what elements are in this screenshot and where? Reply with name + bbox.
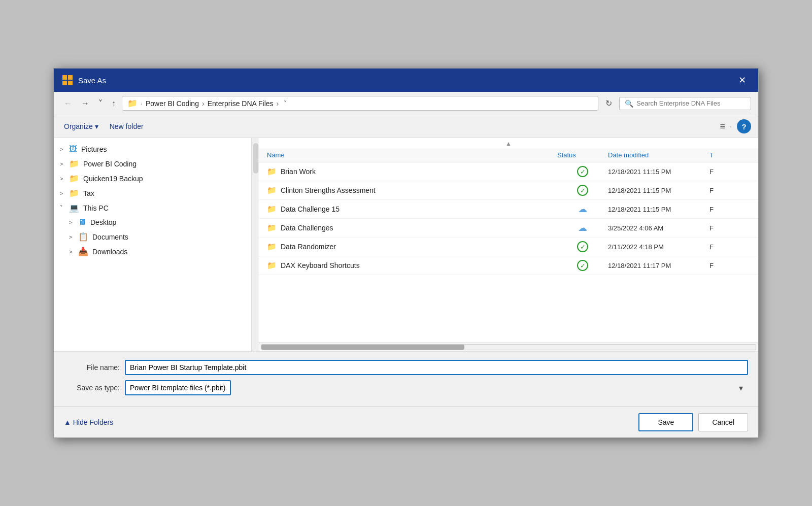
cancel-button[interactable]: Cancel: [698, 413, 748, 431]
file-name-cell: 📁 Data Challenges: [267, 223, 557, 232]
refresh-button[interactable]: ↻: [601, 96, 616, 110]
table-row[interactable]: 📁 Clinton Strengths Assessment ✓ 12/18/2…: [259, 181, 758, 200]
up-button[interactable]: ↑: [109, 97, 119, 110]
breadcrumb-folder-icon: 📁: [127, 98, 138, 108]
forward-button[interactable]: →: [78, 97, 92, 110]
sidebar-item-downloads[interactable]: > 📥 Downloads: [54, 244, 251, 259]
save-type-row: Save as type: Power BI template files (*…: [64, 380, 748, 395]
sidebar-label-downloads: Downloads: [92, 248, 127, 256]
row-folder-icon-4: 📁: [267, 242, 277, 251]
svg-rect-1: [68, 75, 73, 80]
table-row[interactable]: 📁 Data Challenge 15 ☁ 12/18/2021 11:15 P…: [259, 200, 758, 219]
up-arrow-row: ▲: [259, 138, 758, 148]
table-row[interactable]: 📁 Brian Work ✓ 12/18/2021 11:15 PM F: [259, 162, 758, 181]
save-button[interactable]: Save: [638, 413, 693, 431]
sidebar-item-this-pc[interactable]: ˅ 💻 This PC: [54, 200, 251, 215]
sidebar-toggle-pictures: >: [60, 146, 69, 152]
pictures-icon: 🖼: [69, 145, 77, 154]
sidebar-item-pictures[interactable]: > 🖼 Pictures: [54, 142, 251, 156]
sidebar-toggle-powerbi: >: [60, 161, 69, 167]
sidebar-label-power-bi-coding: Power BI Coding: [83, 160, 137, 168]
dropdown-button[interactable]: ˅: [95, 96, 106, 110]
sidebar-item-quicken[interactable]: > 📁 Quicken19 Backup: [54, 171, 251, 186]
file-status-cell-5: ✓: [557, 260, 608, 271]
status-synced-icon-4: ✓: [577, 241, 588, 252]
col-header-type[interactable]: T: [709, 151, 750, 159]
sidebar-item-tax[interactable]: > 📁 Tax: [54, 186, 251, 200]
file-name-input[interactable]: [125, 360, 748, 375]
breadcrumb-part-2[interactable]: Enterprise DNA Files: [208, 99, 274, 108]
sidebar-toggle-tax: >: [60, 190, 69, 196]
sidebar-label-desktop: Desktop: [90, 218, 116, 226]
title-bar: Save As ✕: [54, 69, 758, 92]
file-name-cell: 📁 DAX Keyboard Shortcuts: [267, 261, 557, 270]
file-type-3: F: [709, 224, 750, 232]
file-date-2: 12/18/2021 11:15 PM: [608, 206, 709, 213]
status-cloud-icon-2: ☁: [578, 204, 587, 215]
documents-icon: 📋: [78, 232, 88, 242]
sidebar-scrollbar[interactable]: [252, 138, 259, 351]
search-icon: 🔍: [625, 99, 633, 108]
sidebar-toggle-desktop: >: [69, 219, 78, 225]
horizontal-scrollbar[interactable]: [261, 344, 756, 350]
row-folder-icon-3: 📁: [267, 223, 277, 232]
status-synced-icon-0: ✓: [577, 166, 588, 177]
svg-rect-2: [62, 81, 67, 85]
status-synced-icon-1: ✓: [577, 185, 588, 196]
file-date-4: 2/11/2022 4:18 PM: [608, 243, 709, 251]
file-list-header: Name Status Date modified T: [259, 148, 758, 162]
sidebar-label-documents: Documents: [92, 233, 128, 241]
sidebar-item-documents[interactable]: > 📋 Documents: [54, 229, 251, 244]
file-date-1: 12/18/2021 11:15 PM: [608, 187, 709, 194]
status-cloud-icon-3: ☁: [578, 222, 587, 233]
col-header-date[interactable]: Date modified: [608, 151, 709, 159]
dialog-title: Save As: [78, 76, 734, 85]
search-input[interactable]: [636, 99, 746, 107]
file-name-3: Data Challenges: [281, 224, 333, 232]
horizontal-scrollbar-container[interactable]: [259, 343, 758, 351]
main-content: > 🖼 Pictures > 📁 Power BI Coding > 📁 Qui…: [54, 138, 758, 351]
svg-rect-3: [68, 81, 73, 85]
action-bar: Organize ▾ New folder ≡ · ?: [54, 115, 758, 138]
row-folder-icon-0: 📁: [267, 167, 277, 176]
table-row[interactable]: 📁 DAX Keyboard Shortcuts ✓ 12/18/2021 11…: [259, 256, 758, 275]
new-folder-button[interactable]: New folder: [107, 121, 147, 132]
back-button[interactable]: ←: [61, 97, 75, 110]
file-date-0: 12/18/2021 11:15 PM: [608, 168, 709, 176]
file-status-cell-0: ✓: [557, 166, 608, 177]
close-button[interactable]: ✕: [734, 74, 750, 87]
table-row[interactable]: 📁 Data Randomizer ✓ 2/11/2022 4:18 PM F: [259, 238, 758, 256]
help-button[interactable]: ?: [737, 119, 751, 133]
file-status-cell-2: ☁: [557, 204, 608, 215]
file-name-cell: 📁 Brian Work: [267, 167, 557, 176]
view-button[interactable]: ≡: [717, 120, 728, 133]
file-type-4: F: [709, 243, 750, 251]
file-name-label: File name:: [64, 363, 120, 372]
save-type-wrapper: Power BI template files (*.pbit): [125, 380, 748, 395]
organize-button[interactable]: Organize ▾: [61, 121, 101, 132]
file-type-1: F: [709, 187, 750, 194]
sidebar-item-power-bi-coding[interactable]: > 📁 Power BI Coding: [54, 156, 251, 171]
sidebar-item-desktop[interactable]: > 🖥 Desktop: [54, 215, 251, 229]
bottom-buttons: Save Cancel: [638, 413, 748, 431]
hide-folders-button[interactable]: ▲ Hide Folders: [64, 418, 113, 426]
col-header-name[interactable]: Name: [267, 151, 557, 159]
sidebar-label-tax: Tax: [83, 189, 94, 197]
sidebar-scrollbar-thumb: [253, 143, 258, 174]
breadcrumb-bar[interactable]: 📁 · Power BI Coding › Enterprise DNA Fil…: [122, 96, 598, 111]
folder-icon-powerbi: 📁: [69, 159, 79, 168]
status-synced-icon-5: ✓: [577, 260, 588, 271]
breadcrumb-dropdown[interactable]: ˅: [284, 100, 287, 107]
app-icon: [62, 75, 73, 86]
save-type-select[interactable]: Power BI template files (*.pbit): [125, 380, 231, 395]
file-date-5: 12/18/2021 11:17 PM: [608, 262, 709, 269]
sidebar-toggle-quicken: >: [60, 176, 69, 182]
navigation-toolbar: ← → ˅ ↑ 📁 · Power BI Coding › Enterprise…: [54, 92, 758, 115]
table-row[interactable]: 📁 Data Challenges ☁ 3/25/2022 4:06 AM F: [259, 219, 758, 238]
breadcrumb-part-1[interactable]: Power BI Coding: [146, 99, 199, 108]
file-name-2: Data Challenge 15: [281, 205, 340, 213]
sidebar-toggle-downloads: >: [69, 249, 78, 255]
file-name-4: Data Randomizer: [281, 243, 336, 251]
up-arrow-icon: ▲: [505, 140, 512, 147]
col-header-status[interactable]: Status: [557, 151, 608, 159]
